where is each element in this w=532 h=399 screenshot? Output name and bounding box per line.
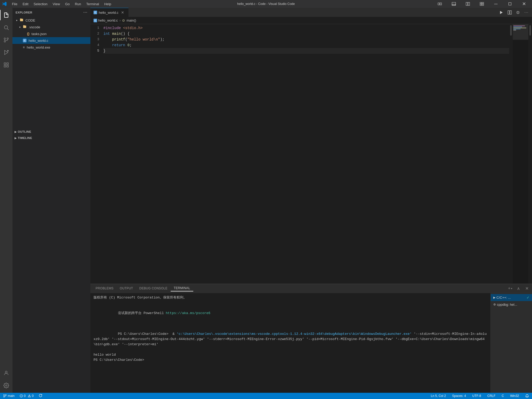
menu-file[interactable]: File	[10, 2, 19, 6]
status-spaces[interactable]: Spaces: 4	[451, 393, 467, 399]
tab-terminal[interactable]: TERMINAL	[171, 285, 193, 291]
editor-scrollbar[interactable]	[509, 24, 513, 284]
editor-tab-hello-world-c[interactable]: C hello_world.c ✕	[90, 8, 129, 17]
extensions-activity-icon[interactable]	[0, 59, 12, 71]
status-bar-left: main 0 0	[2, 393, 43, 399]
menu-terminal[interactable]: Terminal	[84, 2, 101, 6]
menu-run[interactable]: Run	[73, 2, 83, 6]
maximize-button[interactable]	[504, 0, 516, 8]
svg-rect-6	[480, 2, 482, 4]
editor-with-minimap: 1 2 3 4 5 #include <stdio.h> int main() …	[90, 24, 532, 284]
more-actions-button[interactable]: ⋯	[523, 9, 530, 16]
new-terminal-button[interactable]: + ▾	[507, 285, 513, 291]
status-notifications[interactable]	[524, 393, 530, 399]
minimize-button[interactable]: ─	[490, 0, 502, 8]
warning-count: 0	[32, 394, 34, 398]
menu-bar: File Edit Selection View Go Run Terminal…	[10, 2, 113, 6]
chevron-placeholder-c	[18, 38, 22, 43]
menu-selection[interactable]: Selection	[31, 2, 49, 6]
line-num-4: 4	[90, 42, 99, 48]
tab-problems[interactable]: PROBLEMS	[92, 285, 117, 291]
svg-rect-0	[438, 3, 440, 5]
c-breadcrumb-icon: C	[94, 19, 97, 22]
menu-view[interactable]: View	[51, 2, 62, 6]
branch-name: main	[8, 394, 15, 398]
editor-content[interactable]: 1 2 3 4 5 #include <stdio.h> int main() …	[90, 24, 509, 284]
status-language[interactable]: C	[501, 393, 505, 399]
tree-item-tasks-json[interactable]: {} tasks.json	[12, 30, 90, 37]
line-num-5: 5	[90, 48, 99, 54]
chevron-right-icon-outline: ▶	[15, 130, 17, 133]
svg-rect-7	[482, 2, 484, 4]
svg-point-28	[5, 395, 6, 396]
svg-point-29	[4, 396, 5, 397]
status-errors[interactable]: 0 0	[19, 393, 35, 399]
tab-output[interactable]: OUTPUT	[117, 285, 136, 291]
right-scrollbar[interactable]	[528, 24, 532, 284]
explorer-activity-icon[interactable]	[0, 9, 12, 21]
timeline-section[interactable]: ▶ TIMELINE	[12, 135, 90, 141]
status-cursor-position[interactable]: Ln 5, Col 2	[430, 393, 447, 399]
tab-debug-console[interactable]: DEBUG CONSOLE	[136, 285, 171, 291]
code-line-4: return 0;	[103, 42, 509, 48]
tree-item-vscode[interactable]: ▾ .vscode	[12, 24, 90, 30]
tree-item-hello-world-exe[interactable]: ≡ hello_world.exe	[12, 44, 90, 51]
layout-toggle-2[interactable]	[448, 0, 460, 8]
svg-rect-2	[452, 2, 456, 5]
menu-go[interactable]: Go	[63, 2, 72, 6]
menu-edit[interactable]: Edit	[21, 2, 30, 6]
panel-close-button[interactable]: ✕	[524, 285, 530, 291]
layout-toggle-3[interactable]	[462, 0, 474, 8]
panel-maximize-button[interactable]: ∧	[515, 285, 522, 291]
layout-toggle-1[interactable]	[434, 0, 446, 8]
svg-rect-20	[7, 65, 8, 67]
outline-label: OUTLINE	[18, 130, 31, 133]
breadcrumb-symbol[interactable]: main()	[127, 18, 136, 22]
close-button[interactable]: ✕	[518, 0, 530, 8]
minimap-line-2	[513, 26, 522, 27]
run-debug-activity-icon[interactable]	[0, 46, 12, 59]
tree-item-hello-world-c[interactable]: C hello_world.c	[12, 37, 90, 44]
status-bar-right: Ln 5, Col 2 Spaces: 4 UTF-8 CRLF C Win32	[430, 393, 530, 399]
settings-gear-icon[interactable]	[514, 9, 522, 16]
exe-file-icon: ≡	[23, 45, 25, 49]
terminal-instance-cppcpp[interactable]: ▶ C/C++: ... ✓	[491, 294, 532, 301]
tab-c-icon: C	[94, 11, 97, 14]
status-eol[interactable]: CRLF	[486, 393, 496, 399]
layout-toggle-4[interactable]	[476, 0, 488, 8]
status-sync[interactable]	[38, 393, 43, 399]
chevron-right-icon-timeline: ▶	[15, 137, 17, 139]
new-file-icon[interactable]: ⋯	[83, 10, 88, 15]
right-scrollbar-thumb[interactable]	[529, 25, 531, 36]
status-platform[interactable]: Win32	[509, 393, 520, 399]
run-button[interactable]	[498, 9, 505, 16]
breadcrumb-file[interactable]: hello_world.c	[98, 18, 118, 22]
settings-activity-icon[interactable]	[0, 379, 12, 392]
sidebar-title: EXPLORER	[16, 11, 32, 14]
terminal-body: 版权所有 (C) Microsoft Corporation。保留所有权利。 尝…	[90, 293, 532, 393]
search-activity-icon[interactable]	[0, 21, 12, 34]
platform-text: Win32	[510, 394, 519, 398]
code-lines[interactable]: #include <stdio.h> int main() { printf("…	[103, 25, 509, 284]
sidebar-header: EXPLORER ⋯	[12, 8, 90, 17]
tree-root-code[interactable]: ▾ CODE	[12, 17, 90, 24]
split-editor-button[interactable]	[506, 9, 513, 16]
status-branch[interactable]: main	[2, 393, 16, 399]
svg-rect-8	[480, 4, 482, 5]
svg-rect-5	[468, 2, 470, 5]
terminal-content[interactable]: 版权所有 (C) Microsoft Corporation。保留所有权利。 尝…	[90, 293, 490, 393]
outline-section[interactable]: ▶ OUTLINE	[12, 129, 90, 135]
svg-point-22	[5, 371, 7, 373]
status-encoding[interactable]: UTF-8	[471, 393, 482, 399]
terminal-instance-cppdbg[interactable]: ⚙ cppdbg: hel...	[491, 301, 532, 308]
checkmark-icon: ✓	[527, 296, 529, 300]
account-activity-icon[interactable]	[0, 367, 12, 379]
c-file-icon: C	[23, 39, 26, 42]
source-control-activity-icon[interactable]	[0, 34, 12, 46]
vscode-logo-icon	[2, 2, 7, 6]
menu-help[interactable]: Help	[102, 2, 113, 6]
window-controls: ─ ✕	[434, 0, 530, 8]
tab-close-button[interactable]: ✕	[120, 10, 125, 15]
activity-bar	[0, 8, 12, 393]
scrollbar-thumb[interactable]	[510, 25, 512, 36]
